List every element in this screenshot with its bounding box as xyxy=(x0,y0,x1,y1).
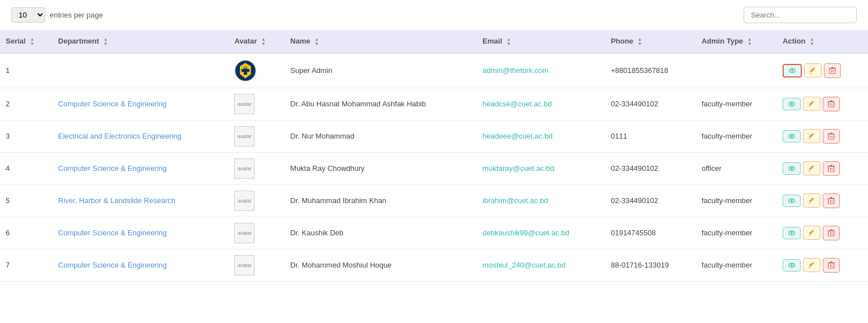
edit-icon xyxy=(809,67,817,74)
edit-button[interactable] xyxy=(804,63,822,77)
cell-admin-type xyxy=(696,53,777,88)
col-serial: Serial ▲▼ xyxy=(0,30,53,53)
cell-action xyxy=(777,249,868,281)
cell-avatar: avatar xyxy=(228,217,284,249)
edit-icon xyxy=(808,132,815,140)
svg-rect-13 xyxy=(831,67,834,68)
eye-icon xyxy=(788,262,796,268)
delete-button[interactable] xyxy=(823,97,840,111)
view-button[interactable] xyxy=(783,162,801,175)
svg-rect-18 xyxy=(828,102,834,107)
svg-point-15 xyxy=(791,103,793,105)
cell-admin-type: officer xyxy=(696,152,777,184)
cell-phone: 02-334490102 xyxy=(605,184,696,217)
svg-rect-37 xyxy=(830,167,831,170)
delete-button[interactable] xyxy=(823,129,840,144)
table-header-row: Serial ▲▼ Department ▲▼ Avatar ▲▼ xyxy=(0,30,868,53)
cell-action xyxy=(777,53,868,88)
cell-phone: 88-01716-133019 xyxy=(605,249,696,281)
svg-rect-22 xyxy=(830,100,832,101)
sort-serial-icon[interactable]: ▲▼ xyxy=(30,37,34,46)
view-button[interactable] xyxy=(783,98,801,110)
cell-email: admin@thetork.com xyxy=(477,53,605,88)
entries-per-page-select[interactable]: 10 25 50 100 xyxy=(11,7,45,23)
top-bar: 10 25 50 100 entries per page xyxy=(0,0,868,30)
sort-name-icon[interactable]: ▲▼ xyxy=(314,37,319,46)
view-button[interactable] xyxy=(783,130,801,143)
cell-department: River, Harbor & Landslide Research xyxy=(53,184,229,217)
cell-avatar: avatar xyxy=(228,184,284,217)
search-input[interactable] xyxy=(744,7,857,23)
svg-point-4 xyxy=(244,66,247,68)
cell-email: moshiul_240@cuet.ac.bd xyxy=(477,249,605,281)
cell-action xyxy=(777,120,868,152)
svg-point-24 xyxy=(791,135,793,137)
cell-department: Electrical and Electronics Engineering xyxy=(53,120,229,152)
svg-rect-44 xyxy=(809,203,811,204)
delete-button[interactable] xyxy=(823,258,840,273)
trash-icon xyxy=(828,165,835,173)
sort-phone-icon[interactable]: ▲▼ xyxy=(638,37,642,46)
col-email: Email ▲▼ xyxy=(477,30,605,53)
avatar-logo xyxy=(234,59,257,82)
cell-serial: 5 xyxy=(0,184,53,217)
cell-avatar xyxy=(228,53,284,88)
eye-icon xyxy=(788,68,796,74)
svg-rect-20 xyxy=(832,103,832,105)
svg-rect-56 xyxy=(832,232,832,234)
sort-email-icon[interactable]: ▲▼ xyxy=(507,37,511,46)
col-action: Action ▲▼ xyxy=(777,30,868,53)
edit-button[interactable] xyxy=(803,129,821,143)
eye-icon xyxy=(788,101,796,107)
svg-rect-53 xyxy=(809,235,811,236)
entries-section: 10 25 50 100 entries per page xyxy=(11,7,103,23)
col-avatar: Avatar ▲▼ xyxy=(228,30,284,53)
edit-button[interactable] xyxy=(803,193,821,208)
edit-button[interactable] xyxy=(803,258,821,272)
svg-rect-9 xyxy=(830,68,835,74)
delete-button[interactable] xyxy=(823,226,840,240)
svg-rect-29 xyxy=(832,135,832,137)
cell-name: Super Admin xyxy=(284,53,477,88)
svg-rect-62 xyxy=(809,268,811,268)
view-button[interactable] xyxy=(783,227,801,239)
cell-name: Dr. Mohammed Moshiul Hoque xyxy=(284,249,477,281)
action-buttons xyxy=(783,161,862,176)
cell-admin-type: faculty-member xyxy=(696,120,777,152)
edit-icon xyxy=(808,197,815,204)
edit-icon xyxy=(808,165,815,172)
cell-name: Dr. Nur Mohammad xyxy=(284,120,477,152)
sort-action-icon[interactable]: ▲▼ xyxy=(810,37,814,46)
avatar-image: avatar xyxy=(234,158,254,179)
view-button[interactable] xyxy=(783,195,801,207)
cell-avatar: avatar xyxy=(228,249,284,281)
sort-avatar-icon[interactable]: ▲▼ xyxy=(261,37,266,46)
delete-button[interactable] xyxy=(823,193,840,208)
edit-button[interactable] xyxy=(803,226,821,240)
edit-icon xyxy=(808,100,815,107)
edit-button[interactable] xyxy=(803,97,821,111)
svg-rect-3 xyxy=(241,69,249,72)
svg-rect-55 xyxy=(830,232,831,234)
view-button[interactable] xyxy=(783,259,801,272)
trash-icon xyxy=(828,229,835,237)
svg-rect-28 xyxy=(830,135,831,137)
sort-admin-type-icon[interactable]: ▲▼ xyxy=(748,37,752,46)
avatar-image: avatar xyxy=(234,191,254,211)
svg-rect-66 xyxy=(828,262,835,263)
svg-rect-19 xyxy=(830,103,831,105)
delete-button[interactable] xyxy=(824,63,841,78)
cell-action xyxy=(777,88,868,120)
view-button[interactable] xyxy=(783,64,802,77)
cell-admin-type: faculty-member xyxy=(696,88,777,120)
delete-button[interactable] xyxy=(823,161,840,176)
cell-serial: 6 xyxy=(0,217,53,249)
sort-department-icon[interactable]: ▲▼ xyxy=(103,37,108,46)
trash-icon xyxy=(828,197,835,205)
cell-admin-type: faculty-member xyxy=(696,217,777,249)
cell-department: Computer Science & Engineering xyxy=(53,152,229,184)
cell-admin-type: faculty-member xyxy=(696,249,777,281)
edit-button[interactable] xyxy=(803,161,821,175)
trash-icon xyxy=(828,132,835,140)
action-buttons xyxy=(783,226,862,240)
